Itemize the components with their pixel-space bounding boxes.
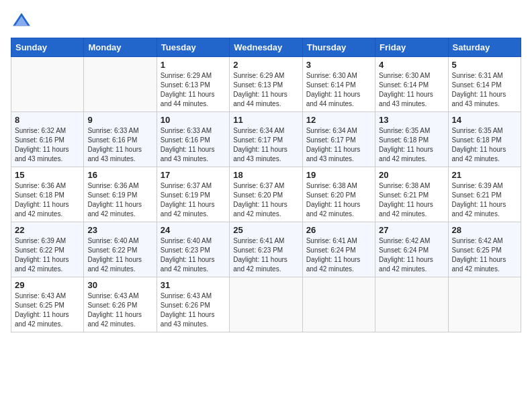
- calendar-body: 1Sunrise: 6:29 AMSunset: 6:13 PMDaylight…: [11, 57, 521, 332]
- calendar-cell: 25Sunrise: 6:41 AMSunset: 6:23 PMDayligh…: [230, 222, 302, 277]
- calendar-week-4: 22Sunrise: 6:39 AMSunset: 6:22 PMDayligh…: [11, 222, 521, 277]
- calendar-cell: [11, 57, 84, 112]
- day-number: 20: [379, 170, 444, 180]
- calendar-cell: [84, 57, 157, 112]
- col-header-friday: Friday: [375, 38, 448, 57]
- day-info: Sunrise: 6:36 AMSunset: 6:18 PMDaylight:…: [15, 181, 80, 219]
- day-number: 26: [306, 225, 371, 235]
- day-number: 23: [87, 225, 152, 235]
- day-number: 30: [87, 280, 152, 290]
- day-number: 3: [306, 60, 371, 70]
- day-number: 15: [15, 170, 80, 180]
- calendar-header-row: SundayMondayTuesdayWednesdayThursdayFrid…: [11, 38, 521, 57]
- day-info: Sunrise: 6:35 AMSunset: 6:18 PMDaylight:…: [379, 126, 444, 164]
- calendar-week-1: 1Sunrise: 6:29 AMSunset: 6:13 PMDaylight…: [11, 57, 521, 112]
- col-header-sunday: Sunday: [11, 38, 84, 57]
- day-info: Sunrise: 6:33 AMSunset: 6:16 PMDaylight:…: [161, 126, 226, 164]
- col-header-saturday: Saturday: [448, 38, 521, 57]
- calendar-week-3: 15Sunrise: 6:36 AMSunset: 6:18 PMDayligh…: [11, 167, 521, 222]
- logo-icon: [11, 11, 32, 32]
- day-number: 29: [15, 280, 80, 290]
- col-header-wednesday: Wednesday: [230, 38, 302, 57]
- calendar-week-2: 8Sunrise: 6:32 AMSunset: 6:16 PMDaylight…: [11, 112, 521, 167]
- calendar-cell: 23Sunrise: 6:40 AMSunset: 6:22 PMDayligh…: [84, 222, 157, 277]
- calendar-cell: 19Sunrise: 6:38 AMSunset: 6:20 PMDayligh…: [302, 167, 375, 222]
- day-info: Sunrise: 6:34 AMSunset: 6:17 PMDaylight:…: [233, 126, 298, 164]
- day-number: 21: [452, 170, 517, 180]
- day-info: Sunrise: 6:43 AMSunset: 6:26 PMDaylight:…: [87, 291, 152, 329]
- calendar-cell: 26Sunrise: 6:41 AMSunset: 6:24 PMDayligh…: [302, 222, 375, 277]
- day-info: Sunrise: 6:39 AMSunset: 6:21 PMDaylight:…: [452, 181, 517, 219]
- day-info: Sunrise: 6:37 AMSunset: 6:19 PMDaylight:…: [161, 181, 226, 219]
- day-number: 31: [161, 280, 226, 290]
- col-header-monday: Monday: [84, 38, 157, 57]
- calendar-cell: 4Sunrise: 6:30 AMSunset: 6:14 PMDaylight…: [375, 57, 448, 112]
- calendar-week-5: 29Sunrise: 6:43 AMSunset: 6:25 PMDayligh…: [11, 277, 521, 332]
- calendar-cell: 17Sunrise: 6:37 AMSunset: 6:19 PMDayligh…: [157, 167, 229, 222]
- day-info: Sunrise: 6:42 AMSunset: 6:24 PMDaylight:…: [379, 236, 444, 274]
- calendar-cell: 11Sunrise: 6:34 AMSunset: 6:17 PMDayligh…: [230, 112, 302, 167]
- day-number: 9: [87, 115, 152, 125]
- day-info: Sunrise: 6:41 AMSunset: 6:23 PMDaylight:…: [233, 236, 298, 274]
- day-number: 8: [15, 115, 80, 125]
- day-info: Sunrise: 6:29 AMSunset: 6:13 PMDaylight:…: [161, 71, 226, 109]
- day-number: 24: [161, 225, 226, 235]
- calendar-cell: [230, 277, 302, 332]
- day-number: 22: [15, 225, 80, 235]
- col-header-tuesday: Tuesday: [157, 38, 229, 57]
- day-info: Sunrise: 6:35 AMSunset: 6:18 PMDaylight:…: [452, 126, 517, 164]
- calendar-cell: 2Sunrise: 6:29 AMSunset: 6:13 PMDaylight…: [230, 57, 302, 112]
- logo: [11, 11, 35, 32]
- calendar-cell: [448, 277, 521, 332]
- calendar-cell: 10Sunrise: 6:33 AMSunset: 6:16 PMDayligh…: [157, 112, 229, 167]
- calendar-cell: 9Sunrise: 6:33 AMSunset: 6:16 PMDaylight…: [84, 112, 157, 167]
- day-number: 10: [161, 115, 226, 125]
- day-info: Sunrise: 6:43 AMSunset: 6:25 PMDaylight:…: [15, 291, 80, 329]
- day-number: 16: [87, 170, 152, 180]
- calendar-cell: 30Sunrise: 6:43 AMSunset: 6:26 PMDayligh…: [84, 277, 157, 332]
- day-number: 1: [161, 60, 226, 70]
- day-info: Sunrise: 6:42 AMSunset: 6:25 PMDaylight:…: [452, 236, 517, 274]
- calendar-cell: 31Sunrise: 6:43 AMSunset: 6:26 PMDayligh…: [157, 277, 229, 332]
- calendar-cell: 13Sunrise: 6:35 AMSunset: 6:18 PMDayligh…: [375, 112, 448, 167]
- day-info: Sunrise: 6:34 AMSunset: 6:17 PMDaylight:…: [306, 126, 371, 164]
- day-info: Sunrise: 6:33 AMSunset: 6:16 PMDaylight:…: [87, 126, 152, 164]
- day-info: Sunrise: 6:39 AMSunset: 6:22 PMDaylight:…: [15, 236, 80, 274]
- calendar-cell: 3Sunrise: 6:30 AMSunset: 6:14 PMDaylight…: [302, 57, 375, 112]
- calendar-cell: 12Sunrise: 6:34 AMSunset: 6:17 PMDayligh…: [302, 112, 375, 167]
- day-info: Sunrise: 6:32 AMSunset: 6:16 PMDaylight:…: [15, 126, 80, 164]
- day-number: 2: [233, 60, 298, 70]
- calendar-cell: 5Sunrise: 6:31 AMSunset: 6:14 PMDaylight…: [448, 57, 521, 112]
- day-info: Sunrise: 6:40 AMSunset: 6:23 PMDaylight:…: [161, 236, 226, 274]
- page-header: [11, 11, 521, 32]
- day-number: 27: [379, 225, 444, 235]
- day-info: Sunrise: 6:29 AMSunset: 6:13 PMDaylight:…: [233, 71, 298, 109]
- day-number: 5: [452, 60, 517, 70]
- day-info: Sunrise: 6:31 AMSunset: 6:14 PMDaylight:…: [452, 71, 517, 109]
- calendar-cell: 27Sunrise: 6:42 AMSunset: 6:24 PMDayligh…: [375, 222, 448, 277]
- day-info: Sunrise: 6:37 AMSunset: 6:20 PMDaylight:…: [233, 181, 298, 219]
- calendar-cell: 20Sunrise: 6:38 AMSunset: 6:21 PMDayligh…: [375, 167, 448, 222]
- day-info: Sunrise: 6:30 AMSunset: 6:14 PMDaylight:…: [379, 71, 444, 109]
- calendar-cell: 18Sunrise: 6:37 AMSunset: 6:20 PMDayligh…: [230, 167, 302, 222]
- day-number: 28: [452, 225, 517, 235]
- day-info: Sunrise: 6:40 AMSunset: 6:22 PMDaylight:…: [87, 236, 152, 274]
- day-info: Sunrise: 6:38 AMSunset: 6:20 PMDaylight:…: [306, 181, 371, 219]
- calendar-cell: 8Sunrise: 6:32 AMSunset: 6:16 PMDaylight…: [11, 112, 84, 167]
- day-info: Sunrise: 6:41 AMSunset: 6:24 PMDaylight:…: [306, 236, 371, 274]
- day-info: Sunrise: 6:36 AMSunset: 6:19 PMDaylight:…: [87, 181, 152, 219]
- calendar-cell: [302, 277, 375, 332]
- day-info: Sunrise: 6:38 AMSunset: 6:21 PMDaylight:…: [379, 181, 444, 219]
- calendar-cell: 1Sunrise: 6:29 AMSunset: 6:13 PMDaylight…: [157, 57, 229, 112]
- calendar-table: SundayMondayTuesdayWednesdayThursdayFrid…: [11, 38, 521, 332]
- calendar-cell: 28Sunrise: 6:42 AMSunset: 6:25 PMDayligh…: [448, 222, 521, 277]
- calendar-cell: [375, 277, 448, 332]
- calendar-cell: 29Sunrise: 6:43 AMSunset: 6:25 PMDayligh…: [11, 277, 84, 332]
- day-number: 13: [379, 115, 444, 125]
- day-number: 17: [161, 170, 226, 180]
- day-number: 11: [233, 115, 298, 125]
- day-number: 4: [379, 60, 444, 70]
- day-info: Sunrise: 6:43 AMSunset: 6:26 PMDaylight:…: [161, 291, 226, 329]
- calendar-cell: 16Sunrise: 6:36 AMSunset: 6:19 PMDayligh…: [84, 167, 157, 222]
- calendar-cell: 14Sunrise: 6:35 AMSunset: 6:18 PMDayligh…: [448, 112, 521, 167]
